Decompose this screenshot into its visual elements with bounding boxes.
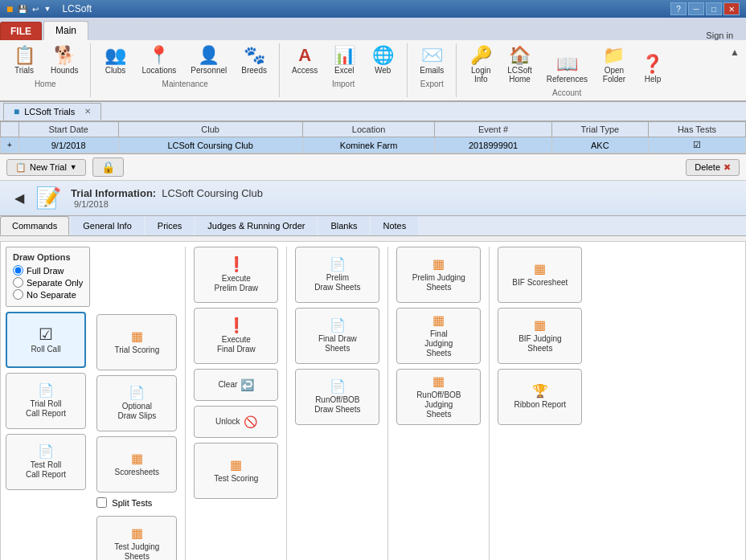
maintenance-items: 👥 Clubs 📍 Locations 👤 Personnel 🐾 Breeds <box>97 43 273 78</box>
prelim-draw-sheets-button[interactable]: 📄 PrelimDraw Sheets <box>295 247 379 303</box>
optional-draw-slips-icon: 📄 <box>129 386 145 399</box>
help-icon: ❓ <box>641 55 663 73</box>
ribbon-btn-help[interactable]: ❓ Help <box>635 52 670 87</box>
roll-call-button[interactable]: ☑ Roll Call <box>6 312 86 368</box>
radio-full-draw-input[interactable] <box>13 265 23 276</box>
quick-access-undo[interactable]: ↩ <box>32 5 39 14</box>
split-tests-checkbox[interactable] <box>96 497 107 508</box>
lock-button[interactable]: 🔒 <box>92 157 124 177</box>
breeds-label: Breeds <box>241 66 267 75</box>
test-roll-call-report-button[interactable]: 📄 Test RollCall Report <box>6 434 86 490</box>
test-judging-sheets-button[interactable]: ▦ Test JudgingSheets <box>96 516 177 560</box>
tab-blanks[interactable]: Blanks <box>318 216 369 235</box>
sign-in-link[interactable]: Sign in <box>699 21 740 50</box>
tab-commands[interactable]: Commands <box>0 216 69 235</box>
radio-full-draw[interactable]: Full Draw <box>13 265 83 276</box>
bif-scoresheet-button[interactable]: ▦ BIF Scoresheet <box>498 247 582 303</box>
col-header-expand <box>1 122 19 137</box>
col-header-event-num[interactable]: Event # <box>435 122 551 137</box>
table-row[interactable]: + 9/1/2018 LCSoft Coursing Club Kominek … <box>1 137 746 153</box>
ribbon-btn-excel[interactable]: 📊 Excel <box>326 43 362 78</box>
trial-roll-call-report-button[interactable]: 📄 Trial RollCall Report <box>6 373 86 429</box>
bif-scoresheet-icon: ▦ <box>534 263 546 276</box>
execute-prelim-icon: ❗ <box>227 257 245 272</box>
ribbon-btn-hounds[interactable]: 🐕 Hounds <box>45 43 84 78</box>
tab-notes[interactable]: Notes <box>371 216 418 235</box>
scoresheets-button[interactable]: ▦ Scoresheets <box>96 436 177 493</box>
col-header-club[interactable]: Club <box>118 122 302 137</box>
tab-prices[interactable]: Prices <box>146 216 195 235</box>
ribbon-content: 📋 Trials 🐕 Hounds Home 👥 Clubs 📍 Locatio… <box>0 40 746 102</box>
maintenance-group-label: Maintenance <box>97 80 273 88</box>
nav-arrow-left[interactable]: ◀ <box>13 189 26 207</box>
help-title-btn[interactable]: ? <box>670 2 687 15</box>
emails-icon: ✉️ <box>421 47 443 64</box>
clear-button[interactable]: Clear ↩️ <box>194 369 278 401</box>
ribbon-btn-login-info[interactable]: 🔑 LoginInfo <box>463 43 498 87</box>
col-header-trial-type[interactable]: Trial Type <box>551 122 648 137</box>
title-bar: ■ 💾 ↩ ▼ LCSoft ? ─ □ ✕ <box>0 0 746 18</box>
row-expand[interactable]: + <box>1 137 19 153</box>
doc-tab-lcsoft-trials[interactable]: ■ LCSoft Trials ✕ <box>3 103 101 121</box>
radio-separate-only-input[interactable] <box>13 277 23 288</box>
bif-judging-sheets-button[interactable]: ▦ BIF JudgingSheets <box>498 308 582 364</box>
execute-prelim-draw-button[interactable]: ❗ ExecutePrelim Draw <box>194 247 278 303</box>
quick-access-down[interactable]: ▼ <box>43 5 51 13</box>
ribbon-group-import: A Access 📊 Excel 🌐 Web Import <box>286 43 408 97</box>
final-draw-sheets-button[interactable]: 📄 Final DrawSheets <box>295 308 379 364</box>
test-scoring-button-2[interactable]: ▦ Test Scoring <box>194 443 278 499</box>
ribbon-btn-personnel[interactable]: 👤 Personnel <box>185 43 232 78</box>
optional-draw-slips-button[interactable]: 📄 OptionalDraw Slips <box>96 375 177 431</box>
new-trial-label: New Trial <box>30 162 67 172</box>
quick-access-save[interactable]: 💾 <box>18 5 27 14</box>
trials-label: Trials <box>14 66 34 75</box>
runoff-bob-judging-sheets-button[interactable]: ▦ RunOff/BOBJudgingSheets <box>396 369 481 425</box>
new-trial-button[interactable]: 📋 New Trial ▼ <box>6 159 86 176</box>
ribbon-btn-clubs[interactable]: 👥 Clubs <box>97 43 133 78</box>
access-label: Access <box>292 66 318 75</box>
tab-general-info[interactable]: General Info <box>71 216 144 235</box>
ribbon-btn-breeds[interactable]: 🐾 Breeds <box>236 43 273 78</box>
draw-options-title: Draw Options <box>13 252 83 262</box>
col-header-start-date[interactable]: Start Date <box>18 122 118 137</box>
ribbon-btn-trials[interactable]: 📋 Trials <box>6 43 42 78</box>
maximize-btn[interactable]: □ <box>706 2 722 15</box>
runoff-bob-draw-icon: 📄 <box>330 380 346 393</box>
col-header-has-tests[interactable]: Has Tests <box>648 122 745 137</box>
locations-label: Locations <box>141 66 176 75</box>
ribbon-report-button[interactable]: 🏆 Ribbon Report <box>498 369 582 425</box>
delete-button[interactable]: Delete ✖ <box>686 159 740 176</box>
ribbon-btn-references[interactable]: 📖 References <box>541 52 593 87</box>
ribbon-btn-access[interactable]: A Access <box>286 43 323 78</box>
ribbon-btn-lcsoft-home[interactable]: 🏠 LCSoftHome <box>502 43 538 87</box>
col-header-location[interactable]: Location <box>302 122 435 137</box>
prelim-judging-sheets-button[interactable]: ▦ Prelim JudgingSheets <box>396 247 481 303</box>
ribbon-btn-open-folder[interactable]: 📁 OpenFolder <box>596 43 632 87</box>
close-btn[interactable]: ✕ <box>723 2 740 15</box>
runoff-bob-draw-sheets-button[interactable]: 📄 RunOff/BOBDraw Sheets <box>295 369 379 425</box>
doc-tab-label: LCSoft Trials <box>24 107 75 116</box>
radio-no-separate[interactable]: No Separate <box>13 289 83 300</box>
ribbon-btn-locations[interactable]: 📍 Locations <box>136 43 182 78</box>
ribbon-btn-web[interactable]: 🌐 Web <box>365 43 400 78</box>
tab-file[interactable]: FILE <box>0 22 42 40</box>
radio-no-separate-input[interactable] <box>13 289 23 300</box>
final-judging-sheets-button[interactable]: ▦ FinalJudgingSheets <box>396 308 481 364</box>
ribbon-btn-emails[interactable]: ✉️ Emails <box>414 43 449 78</box>
test-roll-call-icon: 📄 <box>38 445 54 458</box>
access-icon: A <box>298 47 311 64</box>
execute-final-draw-button[interactable]: ❗ ExecuteFinal Draw <box>194 308 278 364</box>
roll-call-label: Roll Call <box>31 345 60 354</box>
trial-scoring-button[interactable]: ▦ Trial Scoring <box>96 314 177 370</box>
test-judging-icon: ▦ <box>131 527 143 540</box>
unlock-button[interactable]: Unlock 🚫 <box>194 406 278 438</box>
title-bar-left: ■ 💾 ↩ ▼ LCSoft <box>6 2 92 15</box>
prelim-judging-icon: ▦ <box>432 258 445 271</box>
tab-judges-running-order[interactable]: Judges & Running Order <box>195 216 317 235</box>
radio-separate-only[interactable]: Separate Only <box>13 277 83 288</box>
ribbon-report-label: Ribbon Report <box>514 400 566 410</box>
minimize-btn[interactable]: ─ <box>688 2 704 15</box>
hounds-label: Hounds <box>51 66 78 75</box>
tab-main[interactable]: Main <box>43 21 88 40</box>
doc-tab-close-icon[interactable]: ✕ <box>84 107 91 116</box>
